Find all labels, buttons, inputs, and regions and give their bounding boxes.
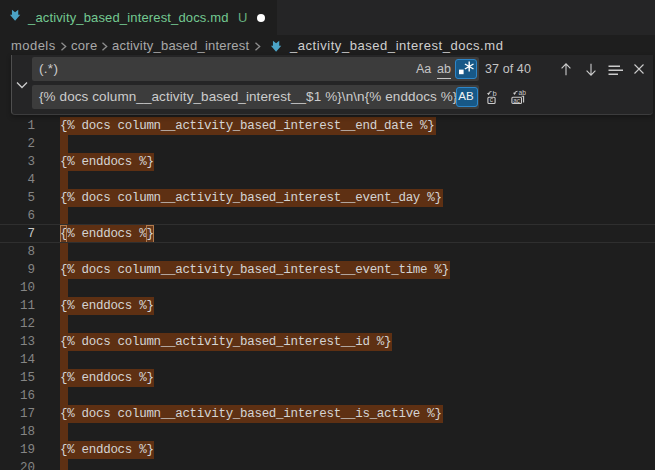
svg-text:b: b <box>493 89 497 98</box>
svg-text:ac: ac <box>513 97 521 104</box>
svg-text:ab: ab <box>519 89 527 96</box>
